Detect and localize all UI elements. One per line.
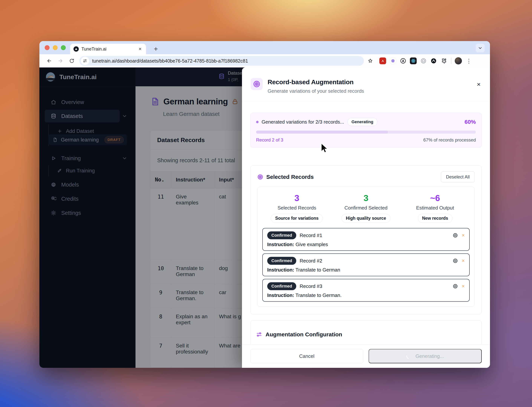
remove-record-icon[interactable]: × [462,284,465,289]
target-extension-icon[interactable] [420,57,427,65]
modal-title: Record-based Augmentation [268,78,353,86]
generation-progress-card: Generated variations for 2/3 records... … [250,113,482,148]
instruction-label: Instruction: [267,267,294,273]
stat-pill: Source for variations [271,214,323,223]
browser-window: TuneTrain.ai × + tunetrain.ai/dashboard/… [39,41,490,368]
forward-button[interactable] [55,56,65,66]
modal-footer: Cancel Generating... [242,345,490,368]
confirmed-badge: Confirmed [267,282,296,290]
selected-record-item: Confirmed Record #1 × Instruction: Give … [262,228,470,251]
url-text: tunetrain.ai/dashboard/datasets/bb40be76… [92,58,248,64]
selection-summary-box: 3 Selected Records Source for variations… [257,187,475,307]
stat-pill: High quality source [342,214,390,223]
view-record-icon[interactable] [453,233,458,238]
spinner-icon [405,352,414,360]
stat-selected-records: 3 Selected Records Source for variations [262,193,331,223]
record-name: Record #1 [300,233,322,238]
instruction-text: Translate to German [296,267,340,273]
stat-value: 3 [262,193,331,203]
extensions-area: ⋮ [379,57,473,65]
minimize-window-button[interactable] [53,45,58,50]
progress-processed-text: 67% of records processed [423,137,476,143]
pdf-extension-icon[interactable] [379,57,386,65]
traffic-lights [45,45,66,50]
selected-record-item: Confirmed Record #2 × Instruction: Trans… [262,253,470,276]
generating-button: Generating... [369,349,482,363]
instruction-label: Instruction: [267,292,294,298]
browser-tab[interactable]: TuneTrain.ai × [70,44,146,54]
url-bar[interactable]: tunetrain.ai/dashboard/datasets/bb40be76… [79,56,364,66]
remove-record-icon[interactable]: × [462,258,465,263]
sliders-icon [256,331,262,337]
stat-label: Confirmed Selected [331,205,401,211]
bookmark-star-icon[interactable] [365,56,375,66]
browser-toolbar: tunetrain.ai/dashboard/datasets/bb40be76… [39,54,490,67]
progress-bar [256,131,476,133]
back-button[interactable] [44,56,54,66]
shield-extension-icon[interactable] [430,57,437,65]
profile-avatar[interactable] [455,57,462,64]
cancel-button[interactable]: Cancel [250,349,363,363]
flower-extension-icon[interactable] [389,57,397,65]
react-devtools-extension-icon[interactable] [409,57,417,65]
confirmed-badge: Confirmed [267,257,296,265]
augmentation-configuration-card: Augmentation Configuration [250,320,482,349]
close-icon[interactable]: × [476,80,482,89]
site-favicon-icon [73,46,79,52]
selected-record-list: Confirmed Record #1 × Instruction: Give … [262,228,470,302]
browser-menu-icon[interactable]: ⋮ [465,58,473,64]
tab-title: TuneTrain.ai [81,46,137,52]
modal-header-divider [242,101,490,101]
page-viewport: TuneTrain.ai Overview Datasets Add Datas… [39,67,490,368]
record-name: Record #2 [300,258,322,264]
tab-strip: TuneTrain.ai × + [39,41,490,54]
selected-records-card: Selected Records Deselect All 3 Selected… [250,165,482,314]
progress-status-text: Generated variations for 2/3 records... [262,119,344,125]
target-icon [257,174,263,180]
stat-label: Estimated Output [400,205,470,211]
toolbar-separator [451,58,451,64]
generating-badge: Generating [347,118,377,126]
extensions-puzzle-icon[interactable] [440,57,448,65]
remove-record-icon[interactable]: × [462,233,465,238]
augmentation-target-icon [251,78,263,90]
tab-close-icon[interactable]: × [137,46,143,52]
stat-pill: New records [418,214,453,223]
generating-button-label: Generating... [415,353,444,359]
selected-record-item: Confirmed Record #3 × Instruction: Trans… [262,279,470,302]
record-name: Record #3 [300,283,322,289]
instruction-text: Give examples [296,242,328,247]
stat-value: 3 [331,193,401,203]
selected-records-title: Selected Records [266,174,314,180]
zoom-window-button[interactable] [61,45,66,50]
site-info-icon[interactable] [81,57,89,65]
augmentation-modal: Record-based Augmentation Generate varia… [242,67,490,368]
new-tab-button[interactable]: + [151,44,161,54]
chevron-down-icon [478,46,483,50]
tab-search-button[interactable] [476,44,485,52]
status-dot [256,121,258,123]
view-record-icon[interactable] [453,284,458,289]
instruction-text: Translate to German. [296,292,342,298]
modal-header: Record-based Augmentation Generate varia… [242,67,490,101]
stat-estimated-output: ~6 Estimated Output New records [400,193,470,223]
modal-subtitle: Generate variations of your selected rec… [268,88,364,94]
progress-bar-fill [256,131,388,133]
close-window-button[interactable] [45,45,50,50]
progress-record-step: Record 2 of 3 [256,137,283,143]
mouse-cursor [320,143,329,153]
stat-label: Selected Records [262,205,331,211]
stat-confirmed-selected: 3 Confirmed Selected High quality source [331,193,401,223]
reload-button[interactable] [67,56,77,66]
view-record-icon[interactable] [453,258,458,263]
config-section-title: Augmentation Configuration [266,331,342,338]
progress-percent: 60% [465,119,476,125]
deselect-all-button[interactable]: Deselect All [441,172,475,182]
instruction-label: Instruction: [267,242,294,247]
stat-value: ~6 [400,193,470,203]
confirmed-badge: Confirmed [267,231,296,239]
circled-a-extension-icon[interactable] [399,57,407,65]
